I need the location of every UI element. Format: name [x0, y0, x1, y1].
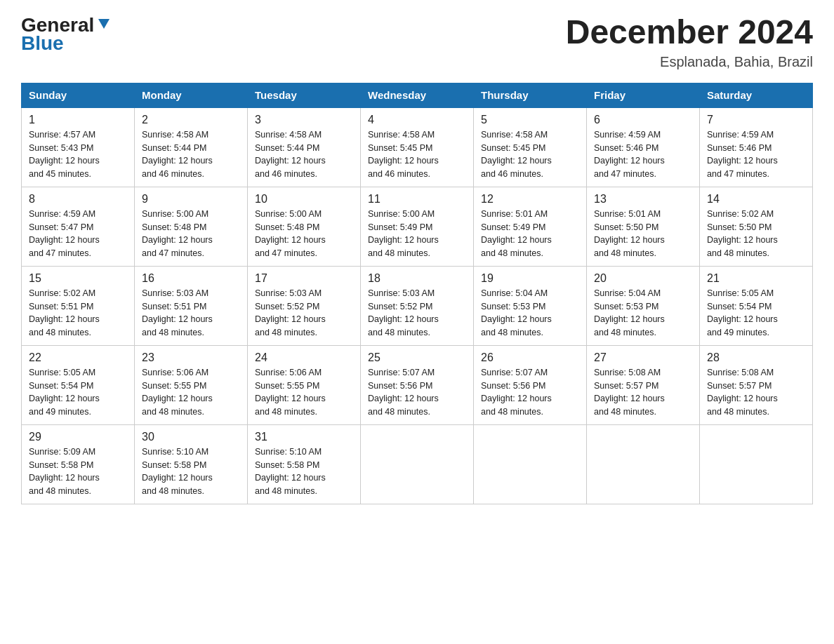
calendar-cell: 28 Sunrise: 5:08 AM Sunset: 5:57 PM Dayl…: [700, 345, 813, 424]
weekday-header-friday: Friday: [587, 83, 700, 107]
calendar-cell: 6 Sunrise: 4:59 AM Sunset: 5:46 PM Dayli…: [587, 107, 700, 187]
calendar-cell: 13 Sunrise: 5:01 AM Sunset: 5:50 PM Dayl…: [587, 187, 700, 266]
calendar-week-row: 22 Sunrise: 5:05 AM Sunset: 5:54 PM Dayl…: [22, 345, 813, 424]
day-number: 21: [707, 272, 805, 285]
calendar-cell: 23 Sunrise: 5:06 AM Sunset: 5:55 PM Dayl…: [135, 345, 248, 424]
weekday-header-tuesday: Tuesday: [248, 83, 361, 107]
calendar-cell: 8 Sunrise: 4:59 AM Sunset: 5:47 PM Dayli…: [22, 187, 135, 266]
day-info: Sunrise: 5:05 AM Sunset: 5:54 PM Dayligh…: [707, 287, 805, 340]
day-info: Sunrise: 5:00 AM Sunset: 5:48 PM Dayligh…: [255, 208, 353, 260]
day-info: Sunrise: 5:04 AM Sunset: 5:53 PM Dayligh…: [481, 287, 579, 340]
weekday-header-saturday: Saturday: [700, 83, 813, 107]
calendar-cell: [587, 424, 700, 504]
calendar-table: SundayMondayTuesdayWednesdayThursdayFrid…: [21, 83, 813, 504]
calendar-cell: 15 Sunrise: 5:02 AM Sunset: 5:51 PM Dayl…: [22, 266, 135, 345]
calendar-cell: 14 Sunrise: 5:02 AM Sunset: 5:50 PM Dayl…: [700, 187, 813, 266]
logo: General Blue: [21, 14, 112, 55]
calendar-cell: [474, 424, 587, 504]
weekday-header-row: SundayMondayTuesdayWednesdayThursdayFrid…: [22, 83, 813, 107]
calendar-week-row: 8 Sunrise: 4:59 AM Sunset: 5:47 PM Dayli…: [22, 187, 813, 266]
calendar-week-row: 29 Sunrise: 5:09 AM Sunset: 5:58 PM Dayl…: [22, 424, 813, 504]
calendar-cell: 31 Sunrise: 5:10 AM Sunset: 5:58 PM Dayl…: [248, 424, 361, 504]
day-number: 2: [142, 114, 240, 126]
calendar-cell: [361, 424, 474, 504]
weekday-header-sunday: Sunday: [22, 83, 135, 107]
calendar-cell: 19 Sunrise: 5:04 AM Sunset: 5:53 PM Dayl…: [474, 266, 587, 345]
day-info: Sunrise: 5:02 AM Sunset: 5:51 PM Dayligh…: [29, 287, 127, 340]
calendar-cell: 10 Sunrise: 5:00 AM Sunset: 5:48 PM Dayl…: [248, 187, 361, 266]
calendar-week-row: 15 Sunrise: 5:02 AM Sunset: 5:51 PM Dayl…: [22, 266, 813, 345]
day-info: Sunrise: 4:59 AM Sunset: 5:46 PM Dayligh…: [594, 128, 692, 181]
day-number: 19: [481, 272, 579, 285]
day-info: Sunrise: 5:02 AM Sunset: 5:50 PM Dayligh…: [707, 208, 805, 260]
day-info: Sunrise: 5:08 AM Sunset: 5:57 PM Dayligh…: [707, 366, 805, 419]
calendar-cell: [700, 424, 813, 504]
day-number: 7: [707, 114, 805, 126]
day-number: 3: [255, 114, 353, 126]
day-info: Sunrise: 4:59 AM Sunset: 5:46 PM Dayligh…: [707, 128, 805, 181]
day-info: Sunrise: 4:58 AM Sunset: 5:45 PM Dayligh…: [481, 128, 579, 181]
day-number: 25: [368, 351, 466, 364]
calendar-cell: 22 Sunrise: 5:05 AM Sunset: 5:54 PM Dayl…: [22, 345, 135, 424]
title-area: December 2024 Esplanada, Bahia, Brazil: [566, 14, 813, 70]
day-number: 22: [29, 351, 127, 364]
day-info: Sunrise: 5:10 AM Sunset: 5:58 PM Dayligh…: [142, 445, 240, 498]
day-info: Sunrise: 5:03 AM Sunset: 5:51 PM Dayligh…: [142, 287, 240, 340]
day-number: 13: [594, 193, 692, 206]
day-info: Sunrise: 5:06 AM Sunset: 5:55 PM Dayligh…: [255, 366, 353, 419]
day-number: 11: [368, 193, 466, 206]
calendar-cell: 12 Sunrise: 5:01 AM Sunset: 5:49 PM Dayl…: [474, 187, 587, 266]
day-number: 28: [707, 351, 805, 364]
weekday-header-wednesday: Wednesday: [361, 83, 474, 107]
calendar-cell: 24 Sunrise: 5:06 AM Sunset: 5:55 PM Dayl…: [248, 345, 361, 424]
day-info: Sunrise: 5:00 AM Sunset: 5:49 PM Dayligh…: [368, 208, 466, 260]
calendar-cell: 29 Sunrise: 5:09 AM Sunset: 5:58 PM Dayl…: [22, 424, 135, 504]
page-header: General Blue December 2024 Esplanada, Ba…: [21, 14, 813, 70]
calendar-cell: 9 Sunrise: 5:00 AM Sunset: 5:48 PM Dayli…: [135, 187, 248, 266]
calendar-cell: 2 Sunrise: 4:58 AM Sunset: 5:44 PM Dayli…: [135, 107, 248, 187]
location-title: Esplanada, Bahia, Brazil: [566, 54, 813, 70]
calendar-cell: 21 Sunrise: 5:05 AM Sunset: 5:54 PM Dayl…: [700, 266, 813, 345]
day-info: Sunrise: 5:07 AM Sunset: 5:56 PM Dayligh…: [481, 366, 579, 419]
day-number: 8: [29, 193, 127, 206]
calendar-cell: 18 Sunrise: 5:03 AM Sunset: 5:52 PM Dayl…: [361, 266, 474, 345]
day-info: Sunrise: 5:05 AM Sunset: 5:54 PM Dayligh…: [29, 366, 127, 419]
calendar-cell: 1 Sunrise: 4:57 AM Sunset: 5:43 PM Dayli…: [22, 107, 135, 187]
day-info: Sunrise: 5:01 AM Sunset: 5:50 PM Dayligh…: [594, 208, 692, 260]
calendar-cell: 7 Sunrise: 4:59 AM Sunset: 5:46 PM Dayli…: [700, 107, 813, 187]
calendar-cell: 16 Sunrise: 5:03 AM Sunset: 5:51 PM Dayl…: [135, 266, 248, 345]
day-info: Sunrise: 5:08 AM Sunset: 5:57 PM Dayligh…: [594, 366, 692, 419]
weekday-header-thursday: Thursday: [474, 83, 587, 107]
day-number: 6: [594, 114, 692, 126]
day-number: 5: [481, 114, 579, 126]
calendar-cell: 3 Sunrise: 4:58 AM Sunset: 5:44 PM Dayli…: [248, 107, 361, 187]
calendar-cell: 30 Sunrise: 5:10 AM Sunset: 5:58 PM Dayl…: [135, 424, 248, 504]
day-number: 29: [29, 431, 127, 443]
day-number: 20: [594, 272, 692, 285]
day-number: 14: [707, 193, 805, 206]
day-number: 23: [142, 351, 240, 364]
day-info: Sunrise: 5:10 AM Sunset: 5:58 PM Dayligh…: [255, 445, 353, 498]
day-number: 18: [368, 272, 466, 285]
day-info: Sunrise: 4:59 AM Sunset: 5:47 PM Dayligh…: [29, 208, 127, 260]
day-info: Sunrise: 4:58 AM Sunset: 5:44 PM Dayligh…: [142, 128, 240, 181]
day-info: Sunrise: 5:01 AM Sunset: 5:49 PM Dayligh…: [481, 208, 579, 260]
day-info: Sunrise: 5:03 AM Sunset: 5:52 PM Dayligh…: [368, 287, 466, 340]
calendar-week-row: 1 Sunrise: 4:57 AM Sunset: 5:43 PM Dayli…: [22, 107, 813, 187]
day-number: 17: [255, 272, 353, 285]
day-number: 4: [368, 114, 466, 126]
day-info: Sunrise: 4:57 AM Sunset: 5:43 PM Dayligh…: [29, 128, 127, 181]
day-number: 27: [594, 351, 692, 364]
calendar-cell: 25 Sunrise: 5:07 AM Sunset: 5:56 PM Dayl…: [361, 345, 474, 424]
day-info: Sunrise: 5:07 AM Sunset: 5:56 PM Dayligh…: [368, 366, 466, 419]
svg-marker-0: [98, 19, 110, 29]
logo-blue-text: Blue: [21, 32, 64, 55]
calendar-cell: 4 Sunrise: 4:58 AM Sunset: 5:45 PM Dayli…: [361, 107, 474, 187]
calendar-cell: 20 Sunrise: 5:04 AM Sunset: 5:53 PM Dayl…: [587, 266, 700, 345]
day-info: Sunrise: 4:58 AM Sunset: 5:45 PM Dayligh…: [368, 128, 466, 181]
day-number: 30: [142, 431, 240, 443]
day-info: Sunrise: 5:04 AM Sunset: 5:53 PM Dayligh…: [594, 287, 692, 340]
day-number: 15: [29, 272, 127, 285]
day-number: 9: [142, 193, 240, 206]
day-info: Sunrise: 5:09 AM Sunset: 5:58 PM Dayligh…: [29, 445, 127, 498]
